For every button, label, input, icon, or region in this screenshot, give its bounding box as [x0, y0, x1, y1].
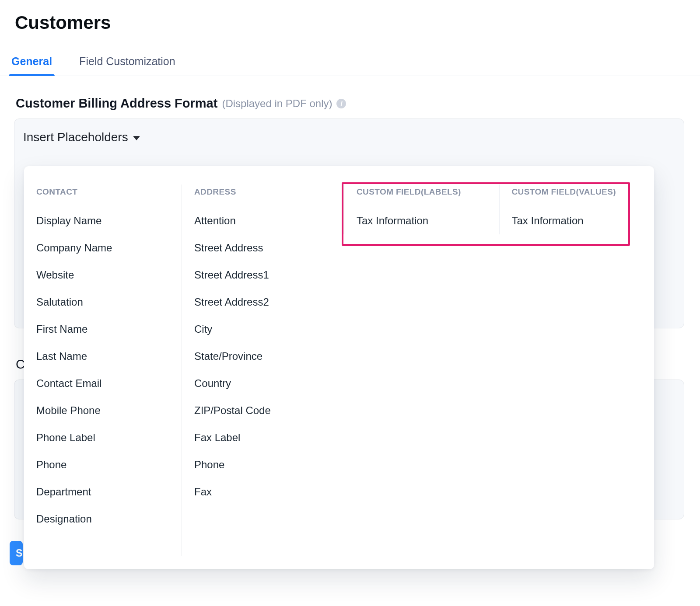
tab-general[interactable]: General [9, 52, 55, 76]
placeholder-address-attention[interactable]: Attention [192, 207, 334, 234]
placeholder-address-street2[interactable]: Street Address2 [192, 289, 334, 316]
insert-placeholders-label: Insert Placeholders [23, 130, 128, 144]
placeholder-contact-salutation[interactable]: Salutation [34, 289, 172, 316]
placeholder-address-fax[interactable]: Fax [192, 478, 334, 505]
placeholder-contact-phone[interactable]: Phone [34, 451, 172, 478]
tabs: General Field Customization [0, 33, 700, 76]
placeholder-address-fax-label[interactable]: Fax Label [192, 424, 334, 451]
placeholder-address-phone[interactable]: Phone [192, 451, 334, 478]
placeholder-address-street1[interactable]: Street Address1 [192, 261, 334, 289]
caret-down-icon [133, 136, 140, 140]
column-custom-labels: CUSTOM FIELD(LABELS) Tax Information [344, 185, 499, 234]
placeholder-address-street[interactable]: Street Address [192, 234, 334, 261]
placeholder-contact-phone-label[interactable]: Phone Label [34, 424, 172, 451]
column-header-contact: CONTACT [34, 185, 172, 207]
placeholders-popover: CONTACT Display Name Company Name Websit… [24, 166, 654, 569]
placeholder-contact-designation[interactable]: Designation [34, 505, 172, 533]
page-title: Customers [0, 0, 700, 33]
column-custom-group: CUSTOM FIELD(LABELS) Tax Information CUS… [343, 185, 654, 234]
placeholder-contact-display-name[interactable]: Display Name [34, 207, 172, 234]
placeholder-contact-last-name[interactable]: Last Name [34, 343, 172, 370]
placeholder-address-zip[interactable]: ZIP/Postal Code [192, 397, 334, 424]
placeholder-contact-first-name[interactable]: First Name [34, 316, 172, 343]
placeholder-contact-website[interactable]: Website [34, 261, 172, 289]
tab-field-customization[interactable]: Field Customization [77, 52, 178, 76]
placeholder-contact-email[interactable]: Contact Email [34, 370, 172, 397]
section-header: Customer Billing Address Format (Display… [0, 76, 700, 111]
insert-placeholders-trigger[interactable]: Insert Placeholders [14, 119, 684, 144]
column-custom-values: CUSTOM FIELD(VALUES) Tax Information [499, 185, 654, 234]
placeholder-address-state[interactable]: State/Province [192, 343, 334, 370]
placeholder-custom-label-tax-information[interactable]: Tax Information [354, 207, 490, 234]
placeholder-contact-company-name[interactable]: Company Name [34, 234, 172, 261]
save-button[interactable]: S [10, 541, 23, 565]
placeholder-custom-value-tax-information[interactable]: Tax Information [509, 207, 645, 234]
placeholder-contact-mobile-phone[interactable]: Mobile Phone [34, 397, 172, 424]
section-title: Customer Billing Address Format [16, 96, 217, 111]
column-header-address: ADDRESS [192, 185, 334, 207]
column-header-custom-labels: CUSTOM FIELD(LABELS) [354, 185, 490, 207]
column-header-custom-values: CUSTOM FIELD(VALUES) [509, 185, 645, 207]
placeholder-address-country[interactable]: Country [192, 370, 334, 397]
column-contact: CONTACT Display Name Company Name Websit… [24, 185, 182, 533]
section-subtitle: (Displayed in PDF only) [222, 98, 332, 110]
info-icon[interactable]: i [336, 99, 346, 108]
placeholder-contact-department[interactable]: Department [34, 478, 172, 505]
placeholder-address-city[interactable]: City [192, 316, 334, 343]
column-address: ADDRESS Attention Street Address Street … [182, 185, 343, 556]
